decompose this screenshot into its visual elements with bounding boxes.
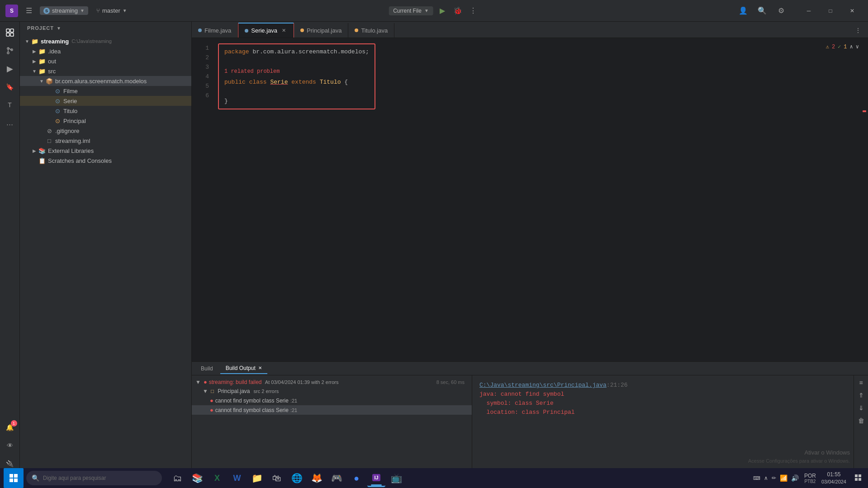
build-scroll-bottom-btn[interactable]: ⇓ xyxy=(856,403,867,413)
tree-item-scratches[interactable]: ▶ 📋 Scratches and Consoles xyxy=(20,156,191,166)
tab-principal[interactable]: Principal.java xyxy=(294,23,348,38)
tree-item-gitignore[interactable]: ▶ ⊘ .gitignore xyxy=(20,126,191,136)
branch-dropdown-icon[interactable]: ▼ xyxy=(123,8,127,13)
run-button[interactable]: ▶ xyxy=(436,5,449,17)
project-dropdown-icon[interactable]: ▼ xyxy=(80,8,85,13)
output-path-link[interactable]: C:\Java\streaming\src\Principal.java xyxy=(479,382,607,389)
tree-label-scratches: Scratches and Consoles xyxy=(48,157,112,164)
taskbar-app-chrome[interactable]: ● xyxy=(347,469,365,487)
activity-more-icon[interactable]: … xyxy=(2,115,18,131)
tree-item-serie[interactable]: ▶ ⊙ Serie xyxy=(20,96,191,106)
tab-build-output[interactable]: Build Output ✕ xyxy=(220,363,267,374)
taskbar-app-explorer[interactable]: 📁 xyxy=(248,469,266,487)
code-line-1: package br.com.alura.screenmatch.modelos… xyxy=(224,47,369,57)
project-badge[interactable]: S streaming ▼ xyxy=(40,6,88,15)
taskbar-app-misc1[interactable]: 🎮 xyxy=(327,469,346,487)
build-clear-btn[interactable]: 🗑 xyxy=(856,415,867,426)
tree-item-principal[interactable]: ▶ ⊙ Principal xyxy=(20,116,191,126)
more-run-options[interactable]: ⋮ xyxy=(467,5,479,17)
activity-run-icon[interactable]: ▶ xyxy=(2,61,18,77)
folder-icon-src: 📁 xyxy=(38,67,46,75)
ext-lib-icon: 📚 xyxy=(38,147,46,155)
tray-pen-icon[interactable]: ✏ xyxy=(772,475,776,481)
activity-structure-icon[interactable]: T xyxy=(2,97,18,113)
tree-item-streaming[interactable]: ▼ 📁 streaming C:\Java\streaming xyxy=(20,36,191,46)
tree-label-principal: Principal xyxy=(63,118,86,124)
tree-label-serie: Serie xyxy=(63,98,77,104)
activity-bookmarks-icon[interactable]: 🔖 xyxy=(2,79,18,95)
svg-rect-13 xyxy=(855,474,858,477)
tree-item-iml[interactable]: ▶ □ streaming.iml xyxy=(20,136,191,146)
tab-titulo[interactable]: Titulo.java xyxy=(348,23,394,38)
search-icon[interactable]: 🔍 xyxy=(756,5,768,17)
build-error-1[interactable]: ● cannot find symbol class Serie :21 xyxy=(192,396,472,405)
tree-item-ext-libs[interactable]: ▶ 📚 External Libraries xyxy=(20,146,191,156)
build-error-2[interactable]: ● cannot find symbol class Serie :21 xyxy=(192,405,472,415)
tree-item-idea[interactable]: ▶ 📁 .idea xyxy=(20,46,191,56)
taskbar-search[interactable]: 🔍 Digite aqui para pesquisar xyxy=(26,471,162,485)
nav-down[interactable]: ∨ xyxy=(856,43,859,52)
taskbar-app-word[interactable]: W xyxy=(228,469,246,487)
taskbar-app-files[interactable]: 🗂 xyxy=(168,469,186,487)
tree-item-titulo[interactable]: ▶ ⊙ Titulo xyxy=(20,106,191,116)
taskbar-app-books-icon: 📚 xyxy=(192,473,203,483)
clock[interactable]: 01:55 03/04/2024 xyxy=(821,471,846,485)
minimize-button[interactable]: ─ xyxy=(798,4,819,18)
tree-arrow-streaming: ▼ xyxy=(24,39,31,44)
build-scroll-top-btn[interactable]: ⇑ xyxy=(856,390,867,401)
debug-button[interactable]: 🐞 xyxy=(451,5,464,17)
tree-label-ext-libs: External Libraries xyxy=(48,147,94,154)
build-filter-btn[interactable]: ≡ xyxy=(856,377,867,388)
sidebar-dropdown[interactable]: ▼ xyxy=(57,26,62,31)
warning-icon: ⚠ xyxy=(826,43,829,52)
sidebar-header[interactable]: Project ▼ xyxy=(20,22,191,34)
tab-bar-actions: ⋮ xyxy=(852,23,868,38)
tray-up-icon[interactable]: ∧ xyxy=(764,475,768,481)
taskbar-app-store[interactable]: 🛍 xyxy=(268,469,286,487)
nav-up[interactable]: ∧ xyxy=(850,43,853,52)
taskbar-app-edge[interactable]: 🌐 xyxy=(288,469,306,487)
bottom-content: ▼ ● streaming: build failed At 03/04/202… xyxy=(192,375,868,474)
tab-serie[interactable]: Serie.java ✕ xyxy=(238,23,294,38)
settings-icon[interactable]: ⚙ xyxy=(775,5,787,17)
taskbar-app-excel[interactable]: X xyxy=(208,469,226,487)
code-editor[interactable]: package br.com.alura.screenmatch.modelos… xyxy=(214,38,868,361)
start-button[interactable] xyxy=(4,468,24,488)
run-config-selector[interactable]: Current File ▼ xyxy=(389,6,433,15)
maximize-button[interactable]: □ xyxy=(820,4,841,18)
language-indicator[interactable]: POR PTB2 xyxy=(804,473,816,484)
tray-wifi-icon[interactable]: 📶 xyxy=(780,474,787,482)
activity-preview-icon[interactable]: 👁 xyxy=(2,437,18,454)
tab-build[interactable]: Build xyxy=(195,364,218,374)
branch-badge[interactable]: ⑂ master ▼ xyxy=(93,6,131,15)
tray-speaker-icon[interactable]: 🔊 xyxy=(791,474,799,482)
close-button[interactable]: ✕ xyxy=(842,4,863,18)
tab-filme[interactable]: Filme.java xyxy=(192,23,238,38)
taskbar-app-firefox[interactable]: 🦊 xyxy=(308,469,326,487)
tree-item-src[interactable]: ▼ 📁 src xyxy=(20,66,191,76)
bottom-tabs: Build Build Output ✕ xyxy=(192,362,868,375)
taskbar-app-intellij[interactable]: IJ xyxy=(367,469,385,487)
run-config-chevron: ▼ xyxy=(424,8,429,13)
editor-content[interactable]: 1 2 3 4 5 6 package br.com.alura.screenm… xyxy=(192,38,868,361)
tree-item-out[interactable]: ▶ 📁 out xyxy=(20,56,191,66)
notification-center[interactable] xyxy=(852,474,864,483)
activity-vcs-icon[interactable] xyxy=(2,43,18,59)
tree-item-filme[interactable]: ▶ ⊙ Filme xyxy=(20,86,191,96)
sidebar-title: Project xyxy=(27,25,54,31)
tab-actions-menu[interactable]: ⋮ xyxy=(852,24,864,37)
tab-build-output-close[interactable]: ✕ xyxy=(258,365,262,370)
activity-notifications-icon[interactable]: 🔔 xyxy=(2,419,18,436)
build-root-item[interactable]: ▼ ● streaming: build failed At 03/04/202… xyxy=(192,377,472,387)
account-icon[interactable]: 👤 xyxy=(737,5,749,17)
app-menu-icon[interactable]: S xyxy=(5,5,18,17)
tray-keyboard-icon[interactable]: ⌨ xyxy=(753,475,760,481)
folder-icon-out: 📁 xyxy=(38,57,46,65)
tab-close-serie[interactable]: ✕ xyxy=(280,27,287,34)
build-child-item[interactable]: ▼ □ Principal.java src 2 errors xyxy=(192,387,472,396)
taskbar-app-books[interactable]: 📚 xyxy=(188,469,206,487)
hamburger-menu[interactable]: ☰ xyxy=(23,5,35,17)
activity-project-icon[interactable] xyxy=(2,24,18,41)
tree-item-package[interactable]: ▼ 📦 br.com.alura.screenmatch.modelos xyxy=(20,76,191,86)
taskbar-app-misc2[interactable]: 📺 xyxy=(387,469,405,487)
